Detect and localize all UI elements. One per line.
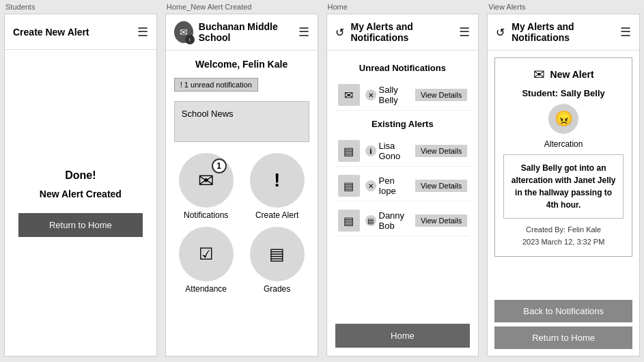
existing-badge-2: ▤ <box>365 215 376 226</box>
screen-4-wrapper: View Alerts ↺ My Alerts and Notification… <box>483 0 644 362</box>
alert-description: Sally Belly got into an altercation with… <box>503 154 624 219</box>
screen-2: ✉ ! Buchanan Middle School ☰ Welcome, Fe… <box>165 14 318 357</box>
existing-alert-name-0: Lisa Gono <box>379 141 410 161</box>
grades-label: Grades <box>264 284 290 294</box>
screen-2-wrapper: Home_New Alert Created ✉ ! Buchanan Midd… <box>161 0 322 362</box>
screen-3-wrapper: Home ↺ My Alerts and Notifications ☰ Unr… <box>322 0 484 362</box>
screen-1-title: Create New Alert <box>13 27 89 38</box>
screen-4: ↺ My Alerts and Notifications ☰ ✉ New Al… <box>487 14 640 357</box>
alert-type-icon-2: ▤ <box>344 214 354 227</box>
exclamation-icon: ! <box>274 169 280 191</box>
notification-count-badge: 1 <box>212 158 227 173</box>
school-icon-badge: ! <box>185 35 195 44</box>
alert-type-icon-0: ▤ <box>344 145 354 158</box>
screen-2-label: Home_New Alert Created <box>165 0 318 14</box>
screen-3-body: Unread Notifications ✉ ✕ Sally Belly Vie… <box>327 51 479 356</box>
existing-alerts-title: Existing Alerts <box>335 119 471 129</box>
screen-4-label: View Alerts <box>487 0 640 14</box>
alert-meta: Created By: Felin Kale 2023 March 12, 3:… <box>522 224 604 248</box>
existing-alert-row-0: ▤ ℹ Lisa Gono View Details <box>335 136 471 167</box>
existing-badge-0: ℹ <box>365 145 376 156</box>
screen-1-wrapper: Students Create New Alert ☰ Done! New Al… <box>0 0 161 362</box>
screen-3: ↺ My Alerts and Notifications ☰ Unread N… <box>326 14 479 357</box>
existing-alert-icon-0: ▤ <box>338 140 360 162</box>
existing-badge-1: ✕ <box>365 180 376 191</box>
view-details-unread-0[interactable]: View Details <box>415 89 467 101</box>
create-alert-button[interactable]: ! <box>250 153 305 208</box>
school-icon: ✉ ! <box>174 21 193 43</box>
screen-1-header: Create New Alert ☰ <box>5 14 156 50</box>
notification-badge: ! 1 unread notification <box>174 78 258 92</box>
envelope-icon: ✉ <box>198 169 214 192</box>
back-icon-4[interactable]: ↺ <box>496 26 505 39</box>
card-envelope-icon: ✉ <box>533 66 545 83</box>
created-date: 2023 March 12, 3:32 PM <box>522 236 604 249</box>
altercation-icon: 😠 <box>555 110 573 128</box>
checklist-icon: ☑ <box>199 245 214 264</box>
back-to-notifications-button[interactable]: Back to Notifications <box>494 300 632 322</box>
existing-alert-name-2: Danny Bob <box>379 210 410 231</box>
hamburger-icon-3[interactable]: ☰ <box>459 25 470 40</box>
screen-1-body: Done! New Alert Created Return to Home <box>5 50 156 356</box>
attendance-label: Attendance <box>185 284 227 294</box>
attendance-button[interactable]: ☑ <box>179 227 234 281</box>
unread-notifications-title: Unread Notifications <box>335 63 471 73</box>
screen-4-title: My Alerts and Notifications <box>512 21 620 43</box>
create-alert-label: Create Alert <box>255 210 298 220</box>
screen-2-body: Welcome, Felin Kale ! 1 unread notificat… <box>166 51 318 356</box>
unread-alert-row-0: ✉ ✕ Sally Belly View Details <box>335 80 471 111</box>
unread-alert-icon-0: ✉ <box>338 84 360 106</box>
unread-badge-icon-0: ✕ <box>365 89 376 100</box>
alert-type-text: Altercation <box>544 139 583 149</box>
existing-alert-row-1: ▤ ✕ Pen Iope View Details <box>335 171 471 201</box>
screen-2-title: Buchanan Middle School <box>199 21 298 43</box>
screen-4-header: ↺ My Alerts and Notifications ☰ <box>488 14 639 51</box>
screen-1-label: Students <box>4 0 157 14</box>
school-news-title: School News <box>182 109 302 119</box>
screen-3-title: My Alerts and Notifications <box>351 21 460 43</box>
screen-3-header: ↺ My Alerts and Notifications ☰ <box>327 14 479 51</box>
existing-alert-row-2: ▤ ▤ Danny Bob View Details <box>335 206 471 236</box>
alert-detail-actions: Back to Notifications Return to Home <box>494 300 632 349</box>
card-student: Student: Sally Belly <box>522 88 604 98</box>
hamburger-icon-1[interactable]: ☰ <box>137 25 148 40</box>
existing-alert-icon-2: ▤ <box>338 210 360 232</box>
existing-alert-name-1: Pen Iope <box>379 176 410 196</box>
notifications-button[interactable]: ✉ 1 <box>179 153 234 208</box>
view-details-existing-0[interactable]: View Details <box>415 145 467 157</box>
screen-1: Create New Alert ☰ Done! New Alert Creat… <box>4 14 157 357</box>
school-news-box: School News <box>174 101 309 142</box>
home-button-3[interactable]: Home <box>335 324 471 348</box>
done-text: Done! <box>65 169 96 182</box>
alert-detail-card: ✉ New Alert Student: Sally Belly 😠 Alter… <box>494 57 632 257</box>
hamburger-icon-4[interactable]: ☰ <box>620 25 631 40</box>
return-home-button-1[interactable]: Return to Home <box>18 213 143 237</box>
grades-icon: ▤ <box>269 245 285 264</box>
card-title: New Alert <box>550 69 594 80</box>
envelope-icon-3: ✉ <box>344 89 353 102</box>
screen-3-label: Home <box>326 0 479 14</box>
view-details-existing-2[interactable]: View Details <box>415 214 467 227</box>
home-grid: ✉ 1 Notifications ! Create Alert <box>174 153 309 294</box>
alert-type-icon-circle: 😠 <box>548 104 578 134</box>
screen-4-body: ✉ New Alert Student: Sally Belly 😠 Alter… <box>488 51 639 356</box>
alert-type-icon-1: ▤ <box>344 180 354 193</box>
created-by: Created By: Felin Kale <box>522 224 604 236</box>
notifications-label: Notifications <box>184 210 228 220</box>
screen-2-header: ✉ ! Buchanan Middle School ☰ <box>166 14 318 51</box>
view-details-existing-1[interactable]: View Details <box>415 180 467 192</box>
hamburger-icon-2[interactable]: ☰ <box>298 25 309 40</box>
unread-alert-name-0: Sally Belly <box>379 85 410 105</box>
new-alert-created-text: New Alert Created <box>40 189 122 199</box>
back-icon-3[interactable]: ↺ <box>335 26 344 39</box>
return-home-button-4[interactable]: Return to Home <box>494 326 632 349</box>
welcome-text: Welcome, Felin Kale <box>174 59 309 70</box>
grades-button[interactable]: ▤ <box>250 227 305 281</box>
existing-alert-icon-1: ▤ <box>338 175 360 197</box>
